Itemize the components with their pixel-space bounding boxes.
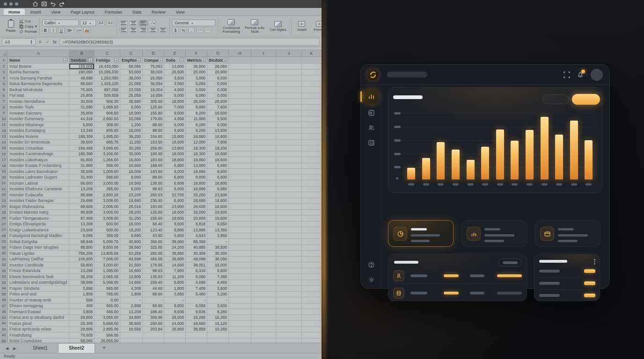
increase-indent-button[interactable] bbox=[159, 27, 167, 33]
row-header[interactable]: 10 bbox=[0, 116, 8, 122]
cell[interactable] bbox=[251, 157, 276, 163]
cell-value[interactable]: 1,266.00 bbox=[95, 157, 120, 163]
function-icon[interactable]: fx bbox=[52, 40, 58, 44]
home-icon[interactable] bbox=[32, 1, 38, 7]
column-header-3[interactable]: C bbox=[95, 50, 120, 57]
cell[interactable] bbox=[251, 93, 276, 99]
cell[interactable] bbox=[229, 93, 251, 99]
cell-value[interactable]: 48,898 bbox=[69, 75, 95, 81]
fill-color-button[interactable]: ◇▾ bbox=[75, 27, 82, 33]
stat-card-2[interactable] bbox=[461, 220, 527, 247]
cell-value[interactable]: 7,380 bbox=[207, 274, 229, 280]
cell-value[interactable]: 0.059 bbox=[186, 87, 207, 93]
cell-value[interactable]: 18,600 bbox=[207, 198, 229, 204]
cell-value[interactable]: 1,808 bbox=[69, 292, 95, 298]
cell-name[interactable]: Eistele Barstinadina Tesk bbox=[8, 274, 69, 280]
cell-name[interactable]: Bashia Bansants bbox=[8, 70, 69, 76]
cell[interactable] bbox=[229, 315, 251, 321]
cell-name[interactable]: Inosides Fatder Banagas bbox=[8, 198, 69, 204]
cell-value[interactable]: 16,056 bbox=[143, 93, 164, 99]
window-controls[interactable] bbox=[4, 2, 18, 6]
cell-name[interactable]: Prdes arsd aed bbox=[8, 292, 69, 298]
cell-value[interactable]: 18,600 bbox=[207, 210, 229, 216]
avatar[interactable] bbox=[591, 69, 603, 81]
cell[interactable] bbox=[251, 274, 276, 280]
row-header[interactable]: 6 bbox=[0, 93, 8, 99]
cell-name[interactable]: Enstga Elkvastgarda bbox=[8, 222, 69, 228]
cell-value[interactable]: 13,600 bbox=[207, 128, 229, 134]
cell-value[interactable]: 88,898 bbox=[69, 192, 95, 198]
align-bottom-button[interactable] bbox=[139, 20, 147, 26]
cell-value[interactable]: 26,900 bbox=[164, 327, 186, 333]
row-header[interactable]: 3 bbox=[0, 70, 8, 76]
row-header[interactable]: 9 bbox=[0, 110, 8, 116]
chart-bar[interactable] bbox=[541, 117, 549, 180]
row-header[interactable]: 27 bbox=[0, 227, 8, 233]
cell-name[interactable]: Inosider Toyle bbox=[8, 105, 69, 111]
cell[interactable] bbox=[229, 169, 251, 175]
cell-value[interactable]: 6,000 bbox=[207, 122, 229, 128]
cell[interactable] bbox=[302, 303, 322, 309]
cell-value[interactable]: 29,806 bbox=[69, 327, 95, 333]
cell-value[interactable]: 3,860 bbox=[207, 233, 229, 239]
cell[interactable] bbox=[229, 128, 251, 134]
cell[interactable] bbox=[251, 303, 276, 309]
cell-value[interactable]: 466.65 bbox=[143, 257, 164, 263]
cell-value[interactable]: 48,098 bbox=[186, 257, 207, 263]
cell-value[interactable]: 26,060 bbox=[207, 64, 229, 70]
cell-value[interactable]: 4,856 bbox=[164, 116, 186, 122]
chart-bar[interactable] bbox=[407, 168, 415, 180]
filter-header-cell[interactable]: Fomigs▼ bbox=[95, 57, 120, 64]
cell-value[interactable]: - bbox=[186, 297, 207, 303]
cell-value[interactable]: 20,900 bbox=[207, 70, 229, 76]
cell-value[interactable]: 18,660 bbox=[120, 163, 143, 169]
cell-value[interactable] bbox=[120, 332, 143, 338]
cell-value[interactable]: 44.60 bbox=[143, 286, 164, 292]
cell[interactable] bbox=[229, 187, 251, 193]
cell-value[interactable]: 18,280 bbox=[186, 315, 207, 321]
chart-bar[interactable] bbox=[422, 158, 430, 180]
cell-name[interactable]: Frama arst tp sttudtsarg dartlrd bbox=[8, 315, 69, 321]
cell[interactable] bbox=[302, 251, 322, 257]
row-header[interactable]: 13 bbox=[0, 134, 8, 140]
cell-value[interactable]: 81,800 bbox=[69, 157, 95, 163]
cell-value[interactable]: 40,885 bbox=[186, 245, 207, 251]
cell-value[interactable]: 9,500 bbox=[207, 116, 229, 122]
cell-value[interactable]: 3,808 bbox=[69, 309, 95, 315]
cell-value[interactable]: 13,600 bbox=[164, 64, 186, 70]
cell-value[interactable]: 78,605 bbox=[69, 332, 95, 338]
cell-value[interactable]: 0.00 bbox=[95, 297, 120, 303]
cell-value[interactable]: 2,006.00 bbox=[95, 204, 120, 210]
cell-value[interactable]: 11,250 bbox=[120, 140, 143, 146]
cell[interactable] bbox=[251, 239, 276, 245]
row-header[interactable]: 28 bbox=[0, 233, 8, 239]
cell-name[interactable]: Fmadrdlatsg bbox=[8, 332, 69, 338]
cell-name[interactable]: Fatuat Ligidas bbox=[8, 251, 69, 257]
cell-value[interactable]: 15,000 bbox=[207, 262, 229, 268]
row-header[interactable]: 14 bbox=[0, 140, 8, 146]
align-left-button[interactable] bbox=[119, 27, 128, 33]
cell[interactable] bbox=[229, 204, 251, 210]
cell[interactable] bbox=[251, 105, 276, 111]
bell-icon[interactable] bbox=[577, 72, 584, 78]
cell-value[interactable]: 0.000 bbox=[207, 93, 229, 99]
cell-value[interactable]: 88.60 bbox=[143, 175, 164, 181]
cell[interactable] bbox=[302, 309, 322, 315]
cell-value[interactable]: 125.60 bbox=[143, 210, 164, 216]
cell[interactable] bbox=[302, 233, 322, 239]
cell[interactable] bbox=[251, 64, 276, 70]
cell[interactable] bbox=[276, 286, 302, 292]
cell-value[interactable]: 566.00 bbox=[95, 332, 120, 338]
cell[interactable] bbox=[229, 99, 251, 105]
cell-value[interactable]: 35,680 bbox=[120, 99, 143, 105]
cell-value[interactable]: 368.00 bbox=[95, 233, 120, 239]
cell-value[interactable]: 4,843 bbox=[186, 233, 207, 239]
cell-value[interactable]: 16,260 bbox=[207, 315, 229, 321]
cell-value[interactable]: 31,690 bbox=[69, 105, 95, 111]
cell-name[interactable]: Fremsard Evataid bbox=[8, 309, 69, 315]
cell-value[interactable]: 38,000 bbox=[143, 70, 164, 76]
cell-value[interactable]: 18,600 bbox=[207, 151, 229, 158]
cell-value[interactable]: - bbox=[164, 297, 186, 303]
row-header[interactable]: 7 bbox=[0, 99, 8, 105]
cell-value[interactable]: 10,260 bbox=[207, 327, 229, 333]
